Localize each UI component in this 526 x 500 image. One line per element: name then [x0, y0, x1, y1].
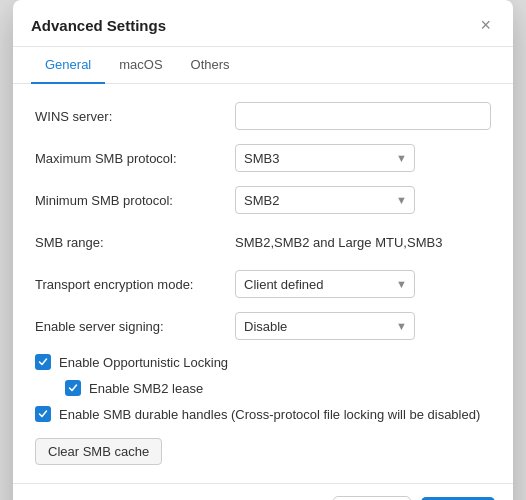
check-icon: [38, 409, 48, 419]
checkbox-smb2lease-row: Enable SMB2 lease: [35, 380, 491, 396]
check-icon: [38, 357, 48, 367]
smb-range-value: SMB2,SMB2 and Large MTU,SMB3: [235, 235, 491, 250]
transport-encryption-row: Transport encryption mode: Client define…: [35, 270, 491, 298]
transport-encryption-control: Client defined Disabled Enabled ▼: [235, 270, 491, 298]
durable-label: Enable SMB durable handles (Cross-protoc…: [59, 407, 480, 422]
min-smb-label: Minimum SMB protocol:: [35, 193, 235, 208]
wins-server-label: WINS server:: [35, 109, 235, 124]
max-smb-select[interactable]: SMB1 SMB2 SMB3: [235, 144, 415, 172]
wins-server-control: [235, 102, 491, 130]
min-smb-select[interactable]: SMB1 SMB2 SMB3: [235, 186, 415, 214]
tab-general[interactable]: General: [31, 47, 105, 84]
dialog-body: WINS server: Maximum SMB protocol: SMB1 …: [13, 84, 513, 479]
wins-server-input[interactable]: [235, 102, 491, 130]
check-icon: [68, 383, 78, 393]
max-smb-control: SMB1 SMB2 SMB3 ▼: [235, 144, 491, 172]
smb2lease-label: Enable SMB2 lease: [89, 381, 203, 396]
durable-checkbox[interactable]: [35, 406, 51, 422]
checkbox-opportunistic-row: Enable Opportunistic Locking: [35, 354, 491, 370]
tab-bar: General macOS Others: [13, 47, 513, 84]
dialog-footer: Cancel Save: [13, 483, 513, 500]
tab-macos[interactable]: macOS: [105, 47, 176, 84]
advanced-settings-dialog: Advanced Settings × General macOS Others…: [13, 0, 513, 500]
server-signing-control: Disable Enable Auto ▼: [235, 312, 491, 340]
max-smb-row: Maximum SMB protocol: SMB1 SMB2 SMB3 ▼: [35, 144, 491, 172]
clear-smb-cache-button[interactable]: Clear SMB cache: [35, 438, 162, 465]
checkbox-durable-row: Enable SMB durable handles (Cross-protoc…: [35, 406, 491, 422]
close-button[interactable]: ×: [476, 14, 495, 36]
server-signing-select-wrapper: Disable Enable Auto ▼: [235, 312, 415, 340]
cancel-button[interactable]: Cancel: [333, 496, 411, 500]
wins-server-row: WINS server:: [35, 102, 491, 130]
dialog-header: Advanced Settings ×: [13, 0, 513, 47]
transport-encryption-select[interactable]: Client defined Disabled Enabled: [235, 270, 415, 298]
server-signing-label: Enable server signing:: [35, 319, 235, 334]
server-signing-select[interactable]: Disable Enable Auto: [235, 312, 415, 340]
smb2lease-checkbox[interactable]: [65, 380, 81, 396]
opportunistic-label: Enable Opportunistic Locking: [59, 355, 228, 370]
dialog-title: Advanced Settings: [31, 17, 166, 34]
transport-encryption-label: Transport encryption mode:: [35, 277, 235, 292]
max-smb-select-wrapper: SMB1 SMB2 SMB3 ▼: [235, 144, 415, 172]
smb-range-text: SMB2,SMB2 and Large MTU,SMB3: [235, 235, 442, 250]
tab-others[interactable]: Others: [177, 47, 244, 84]
smb-range-row: SMB range: SMB2,SMB2 and Large MTU,SMB3: [35, 228, 491, 256]
smb-range-label: SMB range:: [35, 235, 235, 250]
min-smb-row: Minimum SMB protocol: SMB1 SMB2 SMB3 ▼: [35, 186, 491, 214]
min-smb-select-wrapper: SMB1 SMB2 SMB3 ▼: [235, 186, 415, 214]
server-signing-row: Enable server signing: Disable Enable Au…: [35, 312, 491, 340]
max-smb-label: Maximum SMB protocol:: [35, 151, 235, 166]
opportunistic-checkbox[interactable]: [35, 354, 51, 370]
transport-encryption-select-wrapper: Client defined Disabled Enabled ▼: [235, 270, 415, 298]
min-smb-control: SMB1 SMB2 SMB3 ▼: [235, 186, 491, 214]
